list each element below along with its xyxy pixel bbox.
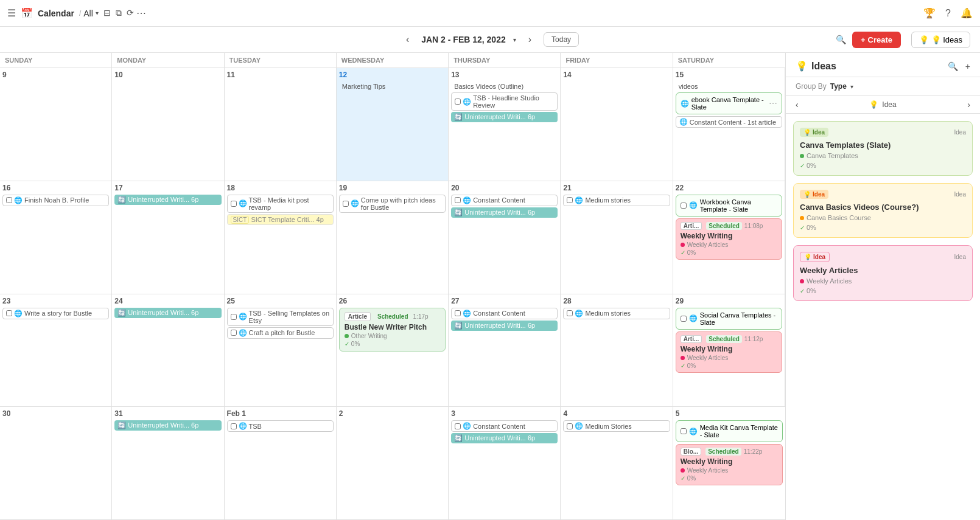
day-cell-29[interactable]: 29 🌐 Social Canva Templates - Slate Arti… bbox=[673, 294, 785, 407]
group-by-caret[interactable]: ▾ bbox=[850, 83, 853, 90]
event-uninterrupted-4[interactable]: 🔄 Uninterrupted Writi... 6p bbox=[114, 308, 221, 318]
day-cell-3[interactable]: 3 🌐 Constant Content 🔄 Uninterrupted Wri… bbox=[449, 407, 561, 520]
day-cell-24[interactable]: 24 🔄 Uninterrupted Writi... 6p bbox=[112, 294, 224, 407]
next-period-button[interactable]: › bbox=[523, 32, 536, 47]
event-uninterrupted-3[interactable]: 🔄 Uninterrupted Writi... 6p bbox=[451, 207, 558, 218]
search-icon[interactable]: 🔍 bbox=[836, 35, 846, 44]
event-tsb-headline[interactable]: 🌐 TSB - Headline Studio Review bbox=[451, 92, 558, 111]
view-all-label[interactable]: All bbox=[83, 9, 93, 18]
event-constant-content-1[interactable]: 🌐 Constant Content - 1st article bbox=[676, 116, 782, 128]
event-checkbox[interactable] bbox=[681, 203, 687, 209]
day-cell-13[interactable]: 13 Basics Videos (Outline) 🌐 TSB - Headl… bbox=[449, 68, 561, 181]
event-workbook-canva[interactable]: 🌐 Workbook Canva Template - Slate bbox=[676, 195, 782, 217]
day-cell-12[interactable]: 12 Marketing Tips bbox=[337, 68, 449, 181]
day-cell-14[interactable]: 14 bbox=[561, 68, 673, 181]
ideas-search-icon[interactable]: 🔍 bbox=[948, 61, 958, 71]
day-cell-feb1[interactable]: Feb 1 🌐 TSB bbox=[225, 407, 337, 520]
event-tsb-media[interactable]: 🌐 TSB - Media kit post revamp bbox=[227, 195, 334, 213]
trophy-icon[interactable]: 🏆 bbox=[923, 7, 936, 19]
day-cell-17[interactable]: 17 🔄 Uninterrupted Writi... 6p bbox=[112, 181, 224, 294]
day-cell-27[interactable]: 27 🌐 Constant Content 🔄 Uninterrupted Wr… bbox=[449, 294, 561, 407]
event-uninterrupted-6[interactable]: 🔄 Uninterrupted Writi... 6p bbox=[114, 420, 221, 431]
event-constant-content-2[interactable]: 🌐 Constant Content bbox=[451, 195, 558, 206]
ideas-prev-button[interactable]: ‹ bbox=[796, 100, 799, 109]
more-button[interactable]: ⋯ bbox=[769, 99, 777, 108]
event-tsb-selling[interactable]: 🌐 TSB - Selling Templates on Etsy bbox=[227, 308, 334, 326]
create-button[interactable]: + Create bbox=[852, 32, 901, 48]
view-toggle-icon[interactable]: ⧉ bbox=[116, 8, 122, 18]
ideas-next-button[interactable]: › bbox=[967, 100, 970, 109]
day-cell-31[interactable]: 31 🔄 Uninterrupted Writi... 6p bbox=[112, 407, 224, 520]
ideas-button[interactable]: 💡 💡 Ideas bbox=[911, 32, 970, 48]
event-checkbox[interactable] bbox=[6, 197, 12, 203]
event-weekly-writing-3[interactable]: Blo... Scheduled 11:22p Weekly Writing W… bbox=[676, 444, 783, 485]
event-social-canva[interactable]: 🌐 Social Canva Templates - Slate bbox=[676, 308, 782, 330]
repeat-icon[interactable]: ⟳ bbox=[127, 8, 134, 18]
event-checkbox[interactable] bbox=[567, 197, 573, 203]
day-cell-4[interactable]: 4 🌐 Medium Stories bbox=[561, 407, 673, 520]
day-cell-10[interactable]: 10 bbox=[112, 68, 224, 181]
day-cell-18[interactable]: 18 🌐 TSB - Media kit post revamp SICT SI… bbox=[225, 181, 337, 294]
event-constant-content-4[interactable]: 🌐 Constant Content bbox=[451, 420, 558, 432]
day-cell-26[interactable]: 26 Article Scheduled 1:17p Bustle New Wr… bbox=[337, 294, 449, 407]
day-cell-21[interactable]: 21 🌐 Medium stories bbox=[561, 181, 673, 294]
day-cell-9[interactable]: 9 bbox=[0, 68, 112, 181]
event-bustle-pitch[interactable]: Article Scheduled 1:17p Bustle New Write… bbox=[339, 308, 446, 352]
event-ebook-canva[interactable]: 🌐 ebook Canva Template - Slate ⋯ bbox=[676, 92, 782, 114]
prev-period-button[interactable]: ‹ bbox=[401, 32, 414, 47]
menu-icon[interactable]: ☰ bbox=[7, 7, 16, 19]
event-uninterrupted-2[interactable]: 🔄 Uninterrupted Writi... 6p bbox=[114, 195, 221, 205]
group-by-value[interactable]: Type bbox=[830, 82, 847, 91]
day-cell-20[interactable]: 20 🌐 Constant Content 🔄 Uninterrupted Wr… bbox=[449, 181, 561, 294]
notification-icon[interactable]: 🔔 bbox=[961, 7, 973, 19]
idea-card-weekly-articles[interactable]: 💡 Idea Idea Weekly Articles Weekly Artic… bbox=[793, 245, 973, 301]
event-weekly-writing-2[interactable]: Arti... Scheduled 11:12p Weekly Writing … bbox=[676, 331, 782, 373]
view-caret[interactable]: ▾ bbox=[96, 10, 99, 16]
event-finish-noah[interactable]: 🌐 Finish Noah B. Profile bbox=[2, 195, 109, 206]
day-cell-30[interactable]: 30 bbox=[0, 407, 112, 520]
day-cell-15[interactable]: 15 videos 🌐 ebook Canva Template - Slate… bbox=[673, 68, 785, 181]
event-uninterrupted-1[interactable]: 🔄 Uninterrupted Writi... 6p bbox=[451, 112, 558, 122]
event-checkbox[interactable] bbox=[231, 330, 237, 336]
day-cell-11[interactable]: 11 bbox=[225, 68, 337, 181]
event-medium-stories-3[interactable]: 🌐 Medium Stories bbox=[563, 420, 670, 432]
event-checkbox[interactable] bbox=[455, 197, 461, 203]
event-constant-content-3[interactable]: 🌐 Constant Content bbox=[451, 308, 558, 319]
date-caret[interactable]: ▾ bbox=[513, 36, 516, 43]
event-checkbox[interactable] bbox=[455, 99, 461, 105]
event-checkbox[interactable] bbox=[455, 310, 461, 316]
more-options-icon[interactable]: ⋯ bbox=[136, 7, 146, 19]
day-cell-19[interactable]: 19 🌐 Come up with pitch ideas for Bustle bbox=[337, 181, 449, 294]
today-button[interactable]: Today bbox=[544, 32, 579, 47]
event-media-kit-canva[interactable]: 🌐 Media Kit Canva Template - Slate bbox=[676, 420, 783, 442]
idea-card-canva-templates[interactable]: 💡 Idea Idea Canva Templates (Slate) Canv… bbox=[793, 121, 973, 176]
event-checkbox[interactable] bbox=[567, 310, 573, 316]
event-medium-stories-2[interactable]: 🌐 Medium stories bbox=[563, 308, 670, 319]
event-marketing-tips[interactable]: Marketing Tips bbox=[339, 81, 446, 91]
event-checkbox[interactable] bbox=[6, 310, 12, 316]
event-tsb[interactable]: 🌐 TSB bbox=[227, 420, 334, 432]
day-cell-23[interactable]: 23 🌐 Write a story for Bustle bbox=[0, 294, 112, 407]
event-medium-stories-1[interactable]: 🌐 Medium stories bbox=[563, 195, 670, 206]
day-cell-28[interactable]: 28 🌐 Medium stories bbox=[561, 294, 673, 407]
event-checkbox[interactable] bbox=[231, 201, 237, 207]
day-cell-2[interactable]: 2 bbox=[337, 407, 449, 520]
event-craft-pitch[interactable]: 🌐 Craft a pitch for Bustle bbox=[227, 327, 334, 339]
event-checkbox[interactable] bbox=[455, 423, 461, 429]
filter-icon[interactable]: ⊟ bbox=[103, 8, 111, 18]
event-checkbox[interactable] bbox=[681, 428, 687, 434]
event-pitch-ideas[interactable]: 🌐 Come up with pitch ideas for Bustle bbox=[339, 195, 446, 213]
event-uninterrupted-5[interactable]: 🔄 Uninterrupted Writi... 6p bbox=[451, 321, 558, 331]
day-cell-5[interactable]: 5 🌐 Media Kit Canva Template - Slate Blo… bbox=[673, 407, 785, 520]
event-write-story[interactable]: 🌐 Write a story for Bustle bbox=[2, 308, 109, 319]
event-weekly-writing-1[interactable]: Arti... Scheduled 11:08p Weekly Writing … bbox=[676, 218, 782, 260]
event-checkbox[interactable] bbox=[567, 423, 573, 429]
day-cell-25[interactable]: 25 🌐 TSB - Selling Templates on Etsy 🌐 C… bbox=[225, 294, 337, 407]
event-checkbox[interactable] bbox=[681, 316, 687, 322]
ideas-add-icon[interactable]: + bbox=[965, 61, 970, 71]
event-checkbox[interactable] bbox=[231, 314, 237, 320]
idea-card-canva-basics[interactable]: 💡 Idea Idea Canva Basics Videos (Course?… bbox=[793, 183, 973, 238]
day-cell-22[interactable]: 22 🌐 Workbook Canva Template - Slate Art… bbox=[673, 181, 785, 294]
help-icon[interactable]: ? bbox=[945, 8, 951, 19]
event-checkbox[interactable] bbox=[343, 201, 349, 207]
